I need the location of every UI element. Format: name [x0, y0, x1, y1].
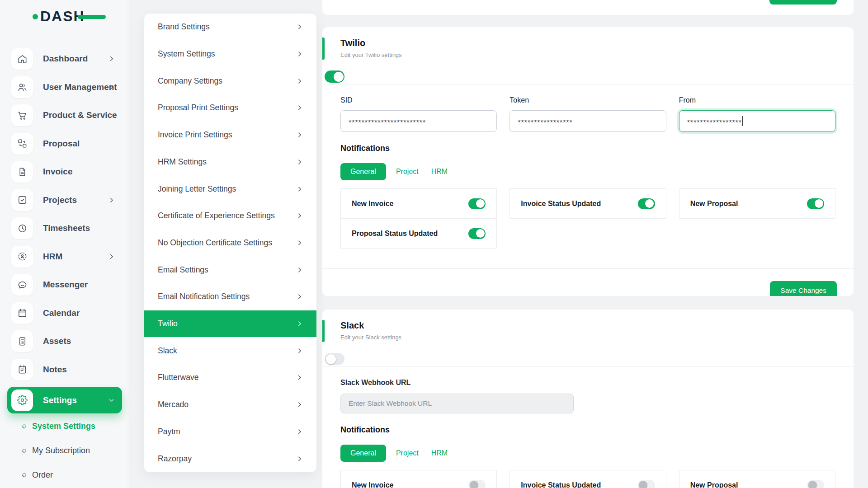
sidebar-item-invoice[interactable]: Invoice [0, 158, 131, 186]
chat-icon [11, 274, 33, 296]
settings-menu-item-slack[interactable]: Slack [144, 337, 316, 364]
tab-general[interactable]: General [340, 163, 386, 180]
chevron-right-icon [108, 56, 115, 62]
masked-value: ************************ [349, 115, 426, 127]
notification-label: Proposal Status Updated [352, 230, 438, 238]
notification-toggle[interactable] [807, 480, 824, 488]
sidebar-item-label: Notes [43, 365, 67, 375]
projects-icon [11, 189, 33, 211]
settings-menu-item-label: Flutterwave [158, 373, 198, 382]
settings-menu-item-no-objection-certificate-settings[interactable]: No Objection Certificate Settings [144, 230, 316, 257]
twilio-enable-toggle[interactable] [325, 70, 344, 83]
notification-item-new-invoice: New Invoice [340, 470, 497, 488]
chevron-right-icon [296, 23, 303, 30]
settings-menu-item-label: Razorpay [158, 454, 192, 464]
slack-enable-toggle[interactable] [325, 353, 344, 365]
settings-menu-item-label: System Settings [158, 49, 215, 59]
sidebar-subitem-system-settings[interactable]: System Settings [0, 414, 131, 438]
tab-project[interactable]: Project [396, 168, 419, 176]
settings-menu-item-razorpay[interactable]: Razorpay [144, 445, 316, 472]
notification-toggle[interactable] [638, 198, 655, 209]
previous-card-partial [322, 0, 854, 15]
chevron-right-icon [296, 239, 303, 246]
sidebar-item-hrm[interactable]: HRM [0, 243, 131, 271]
sidebar-item-notes[interactable]: Notes [0, 356, 131, 384]
settings-menu-item-email-notification-settings[interactable]: Email Notification Settings [144, 283, 316, 310]
toggle-knob [326, 354, 336, 364]
sidebar-item-calendar[interactable]: Calendar [0, 299, 131, 328]
sidebar-subitem-my-subscription[interactable]: My Subscription [0, 438, 131, 463]
users-icon [11, 76, 33, 98]
masked-value: ***************** [687, 115, 742, 127]
sidebar-item-timesheets[interactable]: Timesheets [0, 214, 131, 243]
sidebar-item-assets[interactable]: Assets [0, 327, 131, 356]
settings-menu-item-flutterwave[interactable]: Flutterwave [144, 364, 316, 391]
settings-menu-item-brand-settings[interactable]: Brand Settings [144, 14, 316, 41]
chevron-right-icon [108, 197, 115, 203]
settings-menu-item-joining-letter-settings[interactable]: Joining Letter Settings [144, 175, 316, 202]
notification-toggle[interactable] [468, 480, 486, 488]
twilio-fields: SID************************Token********… [340, 96, 835, 132]
settings-menu-item-mercado[interactable]: Mercado [144, 391, 316, 418]
notification-toggle[interactable] [638, 480, 655, 488]
settings-menu-item-certificate-of-experience-settings[interactable]: Certificate of Experience Settings [144, 202, 316, 230]
chevron-right-icon [296, 131, 303, 138]
notification-toggle[interactable] [807, 198, 824, 209]
bullet-ring-icon [21, 423, 27, 429]
settings-menu-item-label: Certificate of Experience Settings [158, 211, 275, 221]
save-changes-button[interactable]: Save Changes [770, 281, 837, 296]
settings-menu-item-hrm-settings[interactable]: HRM Settings [144, 149, 316, 176]
sid-input[interactable]: ************************ [340, 110, 497, 132]
chevron-right-icon [296, 212, 303, 219]
slack-card-body: Slack Webhook URL Notifications GeneralP… [322, 367, 854, 488]
settings-menu-item-invoice-print-settings[interactable]: Invoice Print Settings [144, 122, 316, 149]
slack-webhook-input[interactable] [340, 394, 574, 413]
chevron-right-icon [296, 320, 303, 327]
tab-hrm[interactable]: HRM [431, 449, 448, 457]
notification-label: New Invoice [352, 200, 393, 208]
sidebar-item-dashboard[interactable]: Dashboard [0, 45, 131, 73]
sidebar-item-user-management[interactable]: User Management [0, 73, 131, 102]
sidebar-subitem-order[interactable]: Order [0, 463, 131, 487]
token-input[interactable]: ***************** [509, 110, 666, 132]
notification-label: New Proposal [690, 481, 738, 488]
notification-label: New Invoice [352, 481, 393, 488]
toggle-knob [476, 229, 485, 238]
slack-card: Slack Edit your Slack settings Slack Web… [322, 310, 854, 488]
settings-menu-item-email-settings[interactable]: Email Settings [144, 256, 316, 283]
sidebar: DASH DashboardUser ManagementProduct & S… [0, 0, 131, 488]
toggle-knob [334, 72, 344, 82]
hrm-icon [11, 246, 33, 267]
settings-menu-item-label: Slack [158, 346, 177, 356]
cart-icon [11, 104, 33, 126]
settings-menu-item-label: Company Settings [158, 76, 222, 86]
settings-menu-item-proposal-print-settings[interactable]: Proposal Print Settings [144, 94, 316, 122]
settings-menu-item-company-settings[interactable]: Company Settings [144, 67, 316, 94]
chevron-right-icon [296, 51, 303, 57]
notification-toggle[interactable] [468, 198, 486, 209]
sidebar-item-projects[interactable]: Projects [0, 186, 131, 215]
tab-general[interactable]: General [340, 445, 386, 462]
chevron-down-icon [108, 397, 115, 404]
spacer [340, 249, 835, 268]
notification-toggle[interactable] [468, 228, 486, 239]
save-changes-button-partial[interactable] [769, 0, 837, 5]
sidebar-item-messenger[interactable]: Messenger [0, 271, 131, 299]
settings-menu-item-twilio[interactable]: Twilio [144, 310, 316, 338]
tab-project[interactable]: Project [396, 449, 419, 457]
sidebar-item-product-service[interactable]: Product & Service [0, 101, 131, 130]
sidebar-item-label: Messenger [43, 280, 88, 290]
logo-dot-icon [33, 14, 38, 19]
app-logo[interactable]: DASH [33, 8, 85, 25]
twilio-save-row: Save Changes [322, 269, 854, 296]
slack-webhook-label: Slack Webhook URL [340, 379, 835, 387]
settings-menu-item-system-settings[interactable]: System Settings [144, 41, 316, 68]
twilio-notification-tabs: GeneralProjectHRM [340, 163, 835, 180]
settings-menu-item-label: Joining Letter Settings [158, 184, 236, 194]
from-input[interactable]: ***************** [679, 110, 835, 132]
sidebar-item-settings[interactable]: Settings [7, 387, 122, 413]
settings-menu-item-paytm[interactable]: Paytm [144, 418, 316, 446]
sidebar-item-proposal[interactable]: Proposal [0, 130, 131, 158]
sidebar-subitem-label: System Settings [32, 422, 95, 431]
tab-hrm[interactable]: HRM [431, 168, 448, 176]
